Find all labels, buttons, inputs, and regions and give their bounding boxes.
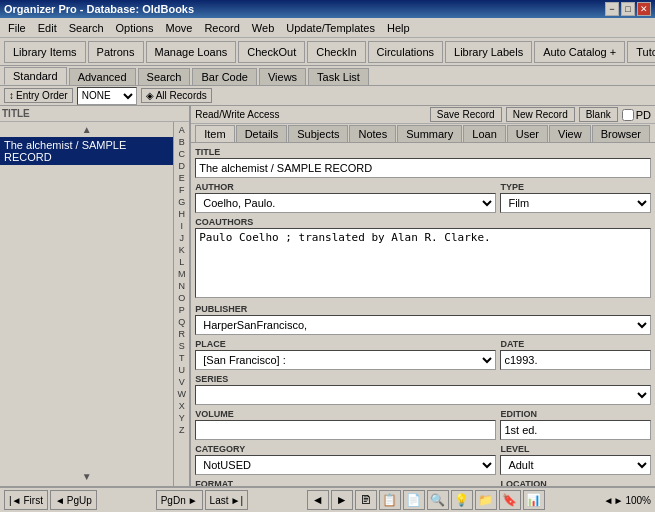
alpha-p[interactable]: P xyxy=(179,304,185,316)
list-item[interactable] xyxy=(0,293,173,309)
last-button[interactable]: Last ►| xyxy=(205,490,248,510)
alpha-s[interactable]: S xyxy=(179,340,185,352)
list-item[interactable] xyxy=(0,389,173,405)
publisher-select[interactable]: HarperSanFrancisco, xyxy=(195,315,651,335)
item-tab-summary[interactable]: Summary xyxy=(397,125,462,142)
scroll-up-arrow[interactable]: ▲ xyxy=(0,122,173,137)
list-item[interactable] xyxy=(0,421,173,437)
item-tab-item[interactable]: Item xyxy=(195,125,234,142)
list-item-selected[interactable]: The alchemist / SAMPLE RECORD xyxy=(0,137,173,165)
item-tab-subjects[interactable]: Subjects xyxy=(288,125,348,142)
toolbar-icon-4[interactable]: 📋 xyxy=(379,490,401,510)
menu-edit[interactable]: Edit xyxy=(32,20,63,36)
entry-order-button[interactable]: ↕ Entry Order xyxy=(4,88,73,103)
menu-search[interactable]: Search xyxy=(63,20,110,36)
alpha-g[interactable]: G xyxy=(178,196,185,208)
list-item[interactable] xyxy=(0,261,173,277)
item-tab-browser[interactable]: Browser xyxy=(592,125,650,142)
list-item[interactable] xyxy=(0,277,173,293)
menu-record[interactable]: Record xyxy=(198,20,245,36)
alpha-u[interactable]: U xyxy=(178,364,185,376)
menu-web[interactable]: Web xyxy=(246,20,280,36)
alpha-e[interactable]: E xyxy=(179,172,185,184)
alpha-o[interactable]: O xyxy=(178,292,185,304)
sort-select[interactable]: NONE xyxy=(77,87,137,105)
list-item[interactable] xyxy=(0,405,173,421)
toolbar-icon-6[interactable]: 🔍 xyxy=(427,490,449,510)
list-item[interactable] xyxy=(0,373,173,389)
close-button[interactable]: ✕ xyxy=(637,2,651,16)
alpha-v[interactable]: V xyxy=(179,376,185,388)
toolbar-icon-7[interactable]: 💡 xyxy=(451,490,473,510)
title-input[interactable] xyxy=(195,158,651,178)
category-select[interactable]: NotUSED xyxy=(195,455,496,475)
alpha-r[interactable]: R xyxy=(178,328,185,340)
toolbar-icon-2[interactable]: ► xyxy=(331,490,353,510)
all-records-button[interactable]: ◈ All Records xyxy=(141,88,212,103)
alpha-x[interactable]: X xyxy=(179,400,185,412)
item-tab-notes[interactable]: Notes xyxy=(349,125,396,142)
menu-help[interactable]: Help xyxy=(381,20,416,36)
alpha-y[interactable]: Y xyxy=(179,412,185,424)
alpha-w[interactable]: W xyxy=(177,388,186,400)
toolbar-icon-1[interactable]: ◄ xyxy=(307,490,329,510)
item-tab-view[interactable]: View xyxy=(549,125,591,142)
alpha-m[interactable]: M xyxy=(178,268,186,280)
library-items-button[interactable]: Library Items xyxy=(4,41,86,63)
scroll-down-arrow[interactable]: ▼ xyxy=(0,469,173,484)
checkin-button[interactable]: CheckIn xyxy=(307,41,365,63)
alpha-k[interactable]: K xyxy=(179,244,185,256)
tutor-button[interactable]: Tutor (Web) xyxy=(627,41,655,63)
level-select[interactable]: Adult xyxy=(500,455,651,475)
toolbar-icon-3[interactable]: 🖹 xyxy=(355,490,377,510)
alpha-q[interactable]: Q xyxy=(178,316,185,328)
checkout-button[interactable]: CheckOut xyxy=(238,41,305,63)
tab-advanced[interactable]: Advanced xyxy=(69,68,136,85)
patrons-button[interactable]: Patrons xyxy=(88,41,144,63)
menu-move[interactable]: Move xyxy=(159,20,198,36)
list-item[interactable] xyxy=(0,341,173,357)
blank-button[interactable]: Blank xyxy=(579,107,618,122)
alpha-i[interactable]: I xyxy=(180,220,183,232)
first-button[interactable]: |◄ First xyxy=(4,490,48,510)
list-item[interactable] xyxy=(0,229,173,245)
list-item[interactable] xyxy=(0,309,173,325)
alpha-d[interactable]: D xyxy=(178,160,185,172)
tab-barcode[interactable]: Bar Code xyxy=(192,68,256,85)
alpha-h[interactable]: H xyxy=(178,208,185,220)
coauthors-textarea[interactable]: Paulo Coelho ; translated by Alan R. Cla… xyxy=(195,228,651,298)
toolbar-icon-5[interactable]: 📄 xyxy=(403,490,425,510)
alpha-z[interactable]: Z xyxy=(179,424,185,436)
edition-input[interactable] xyxy=(500,420,651,440)
circulations-button[interactable]: Circulations xyxy=(368,41,443,63)
alpha-a[interactable]: A xyxy=(179,124,185,136)
menu-options[interactable]: Options xyxy=(110,20,160,36)
toolbar-icon-10[interactable]: 📊 xyxy=(523,490,545,510)
place-select[interactable]: [San Francisco] : xyxy=(195,350,496,370)
auto-catalog-button[interactable]: Auto Catalog + xyxy=(534,41,625,63)
list-item[interactable] xyxy=(0,245,173,261)
pgup-button[interactable]: ◄ PgUp xyxy=(50,490,97,510)
list-item[interactable] xyxy=(0,357,173,373)
alpha-n[interactable]: N xyxy=(178,280,185,292)
toolbar-icon-9[interactable]: 🔖 xyxy=(499,490,521,510)
minimize-button[interactable]: − xyxy=(605,2,619,16)
item-tab-details[interactable]: Details xyxy=(236,125,288,142)
alpha-f[interactable]: F xyxy=(179,184,185,196)
menu-update-templates[interactable]: Update/Templates xyxy=(280,20,381,36)
item-tab-loan[interactable]: Loan xyxy=(463,125,505,142)
pgdn-button[interactable]: PgDn ► xyxy=(156,490,203,510)
tab-search[interactable]: Search xyxy=(138,68,191,85)
list-item[interactable] xyxy=(0,181,173,197)
pd-checkbox[interactable] xyxy=(622,109,634,121)
list-item[interactable] xyxy=(0,453,173,469)
alpha-b[interactable]: B xyxy=(179,136,185,148)
alpha-c[interactable]: C xyxy=(178,148,185,160)
save-record-button[interactable]: Save Record xyxy=(430,107,502,122)
author-select[interactable]: Coelho, Paulo. xyxy=(195,193,496,213)
type-select[interactable]: Film xyxy=(500,193,651,213)
list-item[interactable] xyxy=(0,213,173,229)
date-input[interactable] xyxy=(500,350,651,370)
list-item[interactable] xyxy=(0,325,173,341)
toolbar-icon-8[interactable]: 📁 xyxy=(475,490,497,510)
